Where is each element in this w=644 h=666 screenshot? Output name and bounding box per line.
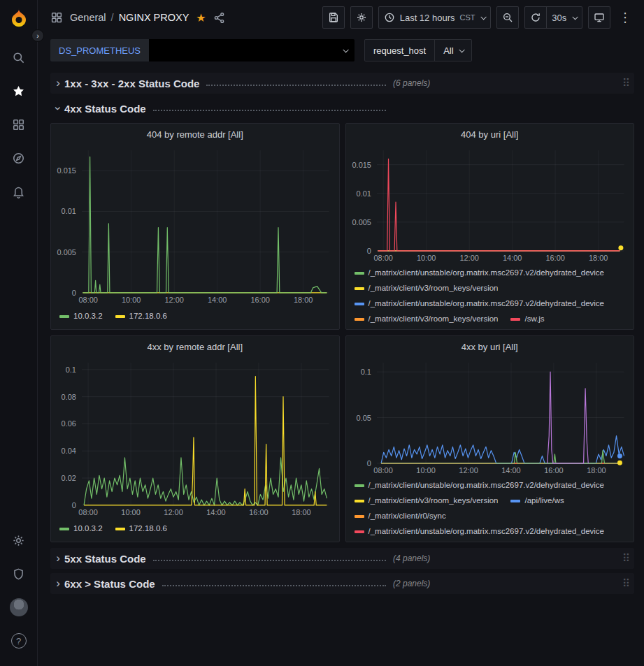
row-drag-handle[interactable]: ⠿	[622, 577, 630, 590]
legend-label: /_matrix/client/unstable/org.matrix.msc2…	[368, 266, 605, 280]
refresh-group: 30s	[524, 6, 582, 29]
sidebar-item-help[interactable]: ?	[5, 627, 33, 655]
panel-404-by-remote-addr: 404 by remote addr [All] 08:0010:0012:00…	[50, 123, 340, 330]
panel-4xx-by-remote-addr: 4xx by remote addr [All] 08:0010:0012:00…	[50, 335, 340, 542]
legend-item[interactable]: 10.0.3.2	[59, 310, 103, 323]
legend-row: 10.0.3.2172.18.0.6	[59, 310, 332, 323]
sidebar-item-server-admin[interactable]	[5, 560, 33, 588]
row-header-6xx[interactable]: › 6xx > Status Code (2 panels) ⠿	[50, 573, 634, 594]
grafana-flame-icon	[8, 7, 29, 28]
legend-swatch	[355, 287, 364, 290]
legend-item[interactable]: /_matrix/client/unstable/org.matrix.msc2…	[355, 297, 605, 310]
request-host-variable: request_host All	[364, 39, 472, 61]
svg-text:08:00: 08:00	[78, 508, 97, 516]
svg-text:18:00: 18:00	[292, 508, 310, 516]
legend-label: /_matrix/client/unstable/org.matrix.msc2…	[368, 525, 605, 538]
request-host-variable-value[interactable]: All	[435, 39, 472, 61]
request-host-variable-label: request_host	[364, 39, 435, 61]
dashboard-settings-button[interactable]	[350, 6, 373, 29]
tv-mode-button[interactable]	[588, 6, 610, 29]
zoom-out-icon	[502, 12, 513, 23]
svg-text:18:00: 18:00	[588, 254, 607, 262]
svg-text:08:00: 08:00	[78, 296, 97, 304]
panel-title[interactable]: 4xx by remote addr [All]	[51, 336, 339, 357]
datasource-variable: DS_PROMETHEUS	[50, 39, 355, 61]
legend-label: /_matrix/client/v3/room_keys/version	[368, 312, 499, 326]
grafana-logo[interactable]	[8, 7, 29, 28]
legend-swatch	[355, 500, 364, 502]
legend-item[interactable]: /_matrix/client/unstable/org.matrix.msc2…	[355, 525, 605, 538]
share-icon[interactable]	[213, 12, 225, 24]
breadcrumb-folder[interactable]: General	[70, 12, 106, 23]
time-series-chart[interactable]: 08:0010:0012:0014:0016:0018:0000.050.1	[346, 357, 634, 477]
legend-item[interactable]: /sw.js	[510, 312, 544, 326]
page-title[interactable]: NGINX PROXY	[119, 12, 189, 23]
legend-item[interactable]: /_matrix/client/r0/sync	[355, 509, 446, 523]
sidebar-item-alerting[interactable]	[5, 178, 33, 205]
legend-row: /_matrix/client/v3/room_keys/version/api…	[355, 494, 627, 507]
legend-swatch	[59, 315, 69, 318]
legend-item[interactable]: 10.0.3.2	[59, 522, 103, 535]
legend-label: 172.18.0.6	[129, 310, 167, 323]
row-drag-handle[interactable]: ⠿	[622, 552, 630, 565]
row-lead: › 5xx Status Code	[52, 551, 393, 565]
time-range-picker[interactable]: Last 12 hours CST	[378, 6, 492, 29]
sidebar-item-explore[interactable]	[5, 144, 33, 172]
panel-4xx-by-uri: 4xx by uri [All] 08:0010:0012:0014:0016:…	[345, 335, 635, 542]
panel-title[interactable]: 404 by remote addr [All]	[51, 124, 339, 145]
sidebar-expand-button[interactable]: ›	[31, 29, 44, 42]
sidebar-item-dashboards[interactable]	[5, 110, 33, 138]
legend-label: 10.0.3.2	[73, 310, 103, 323]
monitor-icon	[594, 12, 605, 23]
dotted-leader	[153, 560, 386, 561]
svg-text:14:00: 14:00	[208, 296, 227, 304]
refresh-button[interactable]	[524, 6, 547, 29]
svg-text:0.06: 0.06	[62, 419, 76, 428]
row-drag-handle[interactable]: ⠿	[622, 77, 630, 89]
datasource-variable-value[interactable]	[149, 39, 355, 61]
save-dashboard-button[interactable]	[322, 6, 345, 29]
legend-item[interactable]: /_matrix/client/unstable/org.matrix.msc2…	[355, 479, 605, 492]
zoom-out-button[interactable]	[496, 6, 519, 29]
legend-item[interactable]: 172.18.0.6	[115, 310, 167, 323]
sidebar: ›	[0, 0, 38, 666]
panel-legend: 10.0.3.2172.18.0.6	[51, 308, 339, 329]
legend-item[interactable]: /_matrix/client/v3/room_keys/version	[355, 312, 499, 326]
svg-text:12:00: 12:00	[164, 296, 183, 304]
sidebar-item-starred[interactable]	[5, 77, 33, 105]
refresh-interval-dropdown[interactable]: 30s	[546, 6, 582, 29]
panel-title[interactable]: 4xx by uri [All]	[346, 336, 634, 357]
svg-text:0.005: 0.005	[352, 218, 371, 226]
chevron-down-icon: ›	[51, 102, 65, 115]
legend-label: /_matrix/client/unstable/org.matrix.msc2…	[368, 297, 605, 310]
svg-text:10:00: 10:00	[416, 466, 435, 475]
row-header-5xx[interactable]: › 5xx Status Code (4 panels) ⠿	[50, 548, 634, 569]
panel-404-by-uri: 404 by uri [All] 08:0010:0012:0014:0016:…	[345, 123, 635, 330]
chevron-right-icon: ›	[52, 76, 64, 90]
legend-label: 172.18.0.6	[129, 522, 167, 535]
legend-item[interactable]: /_matrix/client/v3/room_keys/version	[355, 282, 499, 295]
sidebar-item-profile[interactable]	[5, 593, 33, 621]
chevron-right-icon: ›	[52, 577, 64, 591]
more-options-icon[interactable]: ⋮	[616, 10, 634, 25]
sidebar-item-search[interactable]	[5, 43, 33, 71]
svg-text:0.015: 0.015	[57, 166, 76, 175]
panel-title[interactable]: 404 by uri [All]	[346, 124, 634, 145]
time-series-chart[interactable]: 08:0010:0012:0014:0016:0018:0000.0050.01…	[51, 145, 339, 307]
sidebar-item-configuration[interactable]	[5, 526, 33, 554]
legend-item[interactable]: /_matrix/client/v3/room_keys/version	[355, 494, 499, 507]
row-header-1xx[interactable]: › 1xx - 3xx - 2xx Status Code (6 panels)…	[50, 73, 634, 94]
chevron-right-icon: ›	[52, 551, 64, 565]
svg-text:0.005: 0.005	[57, 248, 76, 256]
legend-item[interactable]: /api/live/ws	[510, 494, 564, 507]
legend-item[interactable]: 172.18.0.6	[115, 522, 167, 535]
time-series-chart[interactable]: 08:0010:0012:0014:0016:0018:0000.020.040…	[51, 357, 339, 519]
dotted-leader	[153, 110, 386, 111]
apps-grid-icon	[12, 118, 25, 131]
svg-text:14:00: 14:00	[206, 508, 225, 516]
row-title: 1xx - 3xx - 2xx Status Code	[64, 78, 199, 89]
legend-item[interactable]: /_matrix/client/unstable/org.matrix.msc2…	[355, 266, 605, 280]
row-header-4xx[interactable]: › 4xx Status Code	[50, 98, 634, 119]
favorite-star-icon[interactable]: ★	[196, 11, 206, 24]
time-series-chart[interactable]: 08:0010:0012:0014:0016:0018:0000.0050.01…	[346, 145, 634, 265]
